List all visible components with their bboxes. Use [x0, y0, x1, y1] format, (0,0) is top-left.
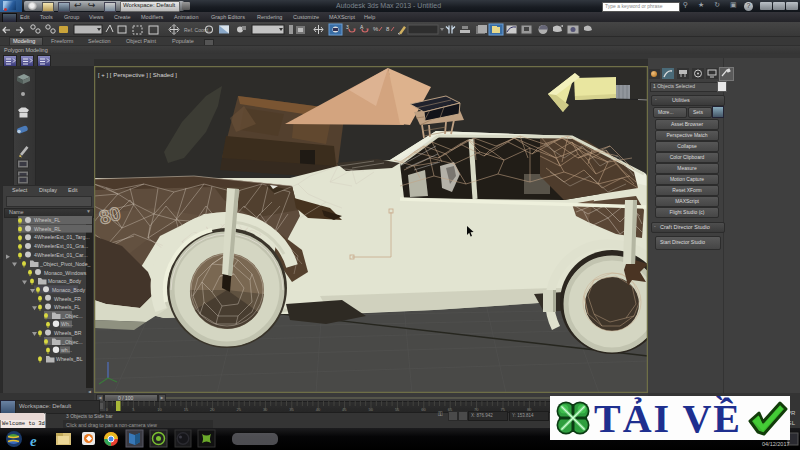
- svg-text:4WheelerExt_01_Car...: 4WheelerExt_01_Car...: [34, 252, 88, 258]
- svg-text:wh...: wh...: [61, 347, 72, 353]
- svg-text:Wheels_RL: Wheels_RL: [34, 226, 61, 232]
- svg-text:_Objec...: _Objec...: [61, 339, 83, 345]
- svg-text:%: %: [373, 26, 379, 32]
- svg-text:20: 20: [210, 407, 215, 412]
- svg-text:50: 50: [369, 407, 374, 412]
- svg-text:[ + ] [ Perspective ] [ Shaded: [ + ] [ Perspective ] [ Shaded ]: [98, 72, 177, 78]
- svg-text:Wheels_BL: Wheels_BL: [56, 356, 83, 362]
- svg-text:10: 10: [157, 407, 162, 412]
- svg-text:Wh...: Wh...: [61, 321, 73, 327]
- svg-text:30: 30: [263, 407, 268, 412]
- svg-text:e: e: [30, 433, 37, 449]
- svg-text:8: 8: [386, 26, 390, 32]
- svg-text:Ref. Coord...: Ref. Coord...: [184, 27, 212, 33]
- svg-text:45: 45: [342, 407, 347, 412]
- svg-text:Wheels_FL: Wheels_FL: [54, 304, 80, 310]
- svg-text:Wheels_FR: Wheels_FR: [54, 296, 81, 302]
- svg-text:0: 0: [106, 407, 109, 412]
- svg-text:15: 15: [184, 407, 189, 412]
- svg-text:55: 55: [395, 407, 400, 412]
- svg-text:Monaco_Body: Monaco_Body: [48, 278, 82, 284]
- svg-text:25: 25: [237, 407, 242, 412]
- svg-text:35: 35: [289, 407, 294, 412]
- svg-text:Wheels_FL: Wheels_FL: [34, 217, 60, 223]
- svg-text:60: 60: [421, 407, 426, 412]
- svg-text:40: 40: [316, 407, 321, 412]
- svg-text:Monaco_Body: Monaco_Body: [52, 287, 86, 293]
- svg-text:Monaco_Windows: Monaco_Windows: [44, 270, 87, 276]
- svg-text:_Object_Pivot_Node_: _Object_Pivot_Node_: [39, 261, 91, 267]
- svg-text:5: 5: [132, 407, 135, 412]
- svg-text:_Objec...: _Objec...: [61, 313, 83, 319]
- svg-text:4WheelerExt_01_Gra...: 4WheelerExt_01_Gra...: [34, 243, 88, 249]
- svg-text:4WheelerExt_01_Targ...: 4WheelerExt_01_Targ...: [34, 234, 90, 240]
- svg-text:Wheels_BR: Wheels_BR: [54, 330, 82, 336]
